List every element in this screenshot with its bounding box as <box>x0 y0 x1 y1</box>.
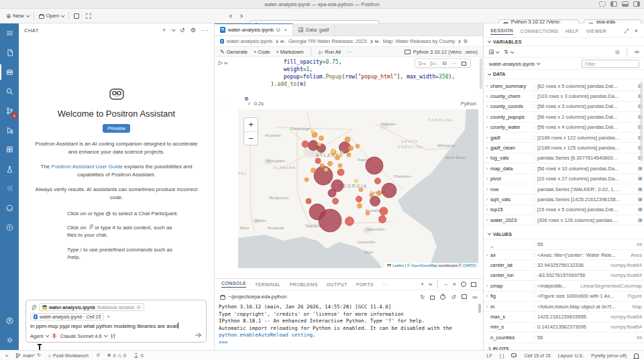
user-guide-link[interactable]: Positron Assistant User Guide <box>52 164 123 170</box>
values-variable-row[interactable]: min_s0.1414213562373095numpy.float64 <box>484 322 644 333</box>
county-release-marker[interactable] <box>338 164 342 168</box>
folium-map-output[interactable]: Chattanooga•Huntsville•Charlotte•Wilming… <box>238 109 478 268</box>
console-output[interactable]: Python 3.10.12 (main, Jan 26 2026, 14:55… <box>219 304 478 349</box>
carto-link[interactable]: CARTO <box>463 263 476 267</box>
toggle-right-panel-icon[interactable] <box>633 1 640 7</box>
values-variable-row[interactable]: ›fig<Figure size 1000x600 with 1 Ax...Fi… <box>484 292 644 302</box>
assistant-status-icon[interactable] <box>511 353 517 357</box>
toggle-bottom-panel-icon[interactable] <box>622 1 629 7</box>
breadcrumb-section[interactable]: Georgia TRI Water Releases: 2023 <box>288 38 367 44</box>
add-code-cell-button[interactable]: + Code <box>254 49 270 55</box>
session-selector[interactable]: water-analysis.ipynb <box>489 61 539 67</box>
breadcrumb-file[interactable]: water-analysis.ipynb <box>227 38 272 44</box>
restore-panel-icon[interactable] <box>461 282 466 287</box>
county-release-marker[interactable] <box>356 196 362 202</box>
tab-ports[interactable]: PORTS <box>356 282 374 287</box>
run-all-button[interactable]: ▷Run All <box>319 49 341 55</box>
county-release-marker[interactable] <box>345 217 354 226</box>
toggle-left-panel-icon[interactable] <box>610 1 617 7</box>
new-button[interactable]: ⊕ New <box>3 11 32 21</box>
tab-data-gadf[interactable]: Data: gadf <box>293 23 335 36</box>
save-button[interactable] <box>70 11 83 21</box>
county-release-marker[interactable] <box>318 143 321 146</box>
minimize-panel-icon[interactable]: − <box>444 281 447 288</box>
county-release-marker[interactable] <box>319 209 341 232</box>
cell-more-icon[interactable]: ··· <box>451 60 457 66</box>
data-variable-row[interactable]: ›map_data[56 rows x 10 columns] pandas.D… <box>484 164 644 174</box>
github-button[interactable] <box>0 198 19 218</box>
county-release-marker[interactable] <box>311 130 315 133</box>
notifications-bell-icon[interactable] <box>634 353 639 358</box>
chevron-down-icon[interactable] <box>224 60 228 64</box>
run-below-icon[interactable]: ▷₋ <box>431 60 437 66</box>
tab-problems[interactable]: PROBLEMS <box>290 282 318 287</box>
chat-input-box[interactable]: water-analysis.ipynb Notebook session ◎ … <box>25 300 207 343</box>
account-button[interactable] <box>0 311 19 331</box>
data-variable-row[interactable]: ›water_2023[306 rows x 126 columns] pand… <box>484 215 644 225</box>
brackets-indicator[interactable]: ( ) <box>500 353 504 358</box>
add-markdown-cell-button[interactable]: + Markdown <box>276 49 303 55</box>
context-chip-session[interactable]: water-analysis.ipynb Notebook session ◎ <box>39 303 144 311</box>
interrupt-icon[interactable]: ↺ <box>451 294 455 300</box>
county-release-marker[interactable] <box>302 141 309 147</box>
county-release-marker[interactable] <box>358 204 362 208</box>
menu-button[interactable] <box>0 23 19 43</box>
open-button[interactable]: Open <box>36 11 68 21</box>
county-release-marker[interactable] <box>325 168 328 172</box>
county-release-marker[interactable] <box>359 188 363 192</box>
chat-history-button[interactable]: ↺ <box>180 27 185 34</box>
add-context-button[interactable]: + <box>107 314 110 320</box>
search-button[interactable] <box>0 82 19 101</box>
tab-water-analysis[interactable]: water-analysis.ipynb U × <box>215 23 293 36</box>
county-release-marker[interactable] <box>331 149 335 153</box>
remote-close-icon[interactable]: × <box>5 353 8 358</box>
county-release-marker[interactable] <box>328 189 336 197</box>
sort-variables-button[interactable]: ⇅ <box>504 49 513 55</box>
run-above-icon[interactable]: ▷₊ <box>419 60 426 66</box>
tab-session[interactable]: SESSION <box>490 28 513 35</box>
data-variable-row[interactable]: ›county_water[56 rows x 4 columns] panda… <box>484 123 644 133</box>
eol-indicator[interactable]: LF <box>487 353 492 358</box>
values-variable-row[interactable]: center_lat32.94325759132336numpy.float64 <box>484 260 644 270</box>
osm-link[interactable]: OpenStreetMap <box>411 263 437 267</box>
county-release-marker[interactable] <box>315 158 321 164</box>
county-release-marker[interactable] <box>375 178 381 184</box>
panel-tabs-more[interactable]: ··· <box>382 282 388 287</box>
county-release-marker[interactable] <box>320 164 324 168</box>
data-group-header[interactable]: DATA <box>484 70 644 79</box>
source-control-button[interactable]: 5 <box>0 101 19 121</box>
county-release-marker[interactable] <box>337 169 344 176</box>
open-data-viewer-icon[interactable]: ⊞ <box>635 166 644 172</box>
session-history-icon[interactable]: ↺ <box>96 353 100 358</box>
zoom-out-button[interactable]: − <box>244 132 258 145</box>
data-variable-row[interactable]: ›chem_summary[62 rows x 5 columns] panda… <box>484 81 644 91</box>
county-release-marker[interactable] <box>377 191 382 196</box>
values-variable-row[interactable]: max_s1425.2161239615555numpy.float64 <box>484 312 644 322</box>
editor-scrollbar[interactable] <box>480 58 482 89</box>
chat-message-input[interactable]: in ppm-mcp pypi repo what python modelin… <box>30 322 202 329</box>
tools-icon[interactable] <box>110 333 116 339</box>
console-scrollbar[interactable] <box>478 304 481 313</box>
chat-more-button[interactable]: ··· <box>202 27 209 34</box>
open-data-viewer-icon[interactable]: ⊞ <box>635 196 644 202</box>
county-release-marker[interactable] <box>380 207 388 215</box>
county-release-marker[interactable] <box>355 180 358 183</box>
publish-button[interactable] <box>0 218 19 237</box>
tab-help[interactable]: HELP <box>566 29 579 34</box>
close-panel-icon[interactable]: × <box>453 281 456 288</box>
county-release-marker[interactable] <box>335 156 340 160</box>
county-release-marker[interactable] <box>340 152 343 155</box>
county-release-marker[interactable] <box>349 146 354 151</box>
attach-icon[interactable] <box>30 304 36 310</box>
tab-console[interactable]: CONSOLE <box>221 281 246 288</box>
county-release-marker[interactable] <box>366 211 370 215</box>
values-variable-row[interactable]: ›ax<Axes: title={'center': 'Water Rele..… <box>484 250 644 260</box>
data-variable-row[interactable]: ›gadf[2189 rows x 122 columns] pandas...… <box>484 133 644 143</box>
ports-item[interactable]: 0 <box>133 353 144 358</box>
split-cell-icon[interactable]: ⊟ <box>442 60 447 66</box>
data-variable-row[interactable]: ›pivot[10 rows x 27 columns] pandas.Da..… <box>484 174 644 184</box>
customize-layout-icon[interactable] <box>599 1 606 7</box>
county-release-marker[interactable] <box>333 198 339 204</box>
values-group-header[interactable]: VALUES <box>484 230 644 239</box>
county-release-marker[interactable] <box>382 183 396 198</box>
